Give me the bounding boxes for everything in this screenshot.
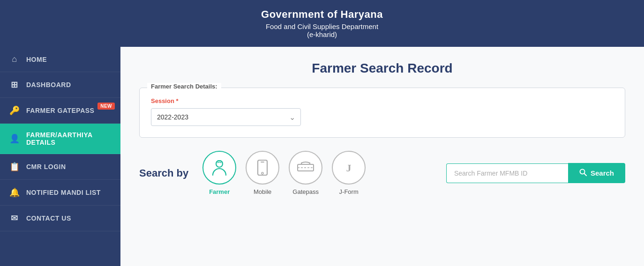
main-layout: ⌂ HOME ⊞ DASHBOARD 🔑 FARMER GATEPASS NEW… [0,47,644,266]
search-by-jform[interactable]: J J-Form [332,151,366,195]
svg-point-3 [262,172,263,174]
sidebar-item-label: HOME [26,56,47,63]
sidebar-item-cmr-login[interactable]: 📋 CMR LOGIN [0,154,120,180]
clipboard-icon: 📋 [9,162,20,172]
sidebar: ⌂ HOME ⊞ DASHBOARD 🔑 FARMER GATEPASS NEW… [0,47,120,266]
search-button-label: Search [591,169,614,177]
sidebar-item-farmer-aarthiya[interactable]: 👤 FARMER/AARTHIYA DETAILS [0,124,120,154]
farmer-search-form-card: Farmer Search Details: Session * 2022-20… [139,88,625,138]
gatepass-circle-icon [289,151,322,185]
search-icons-group: Farmer Mobile [202,151,366,195]
sidebar-item-label: NOTIFIED MANDI LIST [26,189,101,196]
header-title: Government of Haryana [9,8,635,21]
home-icon: ⌂ [9,54,20,64]
dashboard-icon: ⊞ [9,80,20,90]
search-by-mobile[interactable]: Mobile [246,151,279,195]
sidebar-item-label: FARMER/AARTHIYA DETAILS [26,131,111,146]
key-icon: 🔑 [9,105,20,116]
session-select-wrapper[interactable]: 2022-2023 ⌄ [151,108,301,126]
jform-label: J-Form [339,188,359,195]
search-icon [579,169,587,177]
sidebar-item-dashboard[interactable]: ⊞ DASHBOARD [0,72,120,98]
farmer-mfmb-search-input[interactable] [446,163,568,183]
sidebar-item-home[interactable]: ⌂ HOME [0,47,120,72]
sidebar-item-label: CONTACT US [26,214,71,222]
form-legend: Farmer Search Details: [147,83,221,90]
sidebar-item-label: CMR LOGIN [26,163,66,170]
new-badge: NEW [97,103,115,110]
jform-circle-icon: J [332,151,366,185]
sidebar-item-label: DASHBOARD [26,81,71,89]
gatepass-label: Gatepass [292,188,319,195]
user-icon: 👤 [9,133,20,144]
search-by-farmer[interactable]: Farmer [202,151,236,195]
page-title: Farmer Search Record [139,61,625,76]
header-subtitle: Food and Civil Supplies Department [9,22,635,30]
page-header: Government of Haryana Food and Civil Sup… [0,0,644,47]
envelope-icon: ✉ [9,213,20,223]
farmer-circle-icon [202,151,236,185]
search-input-section: Search [446,163,625,183]
sidebar-item-farmer-gatepass[interactable]: 🔑 FARMER GATEPASS NEW [0,98,120,124]
main-content: Farmer Search Record Farmer Search Detai… [120,47,644,266]
sidebar-item-label: FARMER GATEPASS [26,107,94,114]
sidebar-item-notified-mandi[interactable]: 🔔 NOTIFIED MANDI LIST [0,180,120,206]
svg-line-8 [584,174,586,176]
sidebar-item-contact-us[interactable]: ✉ CONTACT US [0,206,120,231]
session-select[interactable]: 2022-2023 [151,108,301,126]
session-label: Session * [151,97,614,104]
header-sub2: (e-kharid) [9,30,635,38]
search-by-gatepass[interactable]: Gatepass [289,151,322,195]
bell-icon: 🔔 [9,187,20,198]
search-by-label: Search by [139,167,188,179]
farmer-label: Farmer [209,188,230,195]
mobile-label: Mobile [254,188,271,195]
search-button[interactable]: Search [568,163,625,183]
svg-text:J: J [346,162,352,174]
search-by-section: Search by Farmer [139,151,625,195]
mobile-circle-icon [246,151,279,185]
